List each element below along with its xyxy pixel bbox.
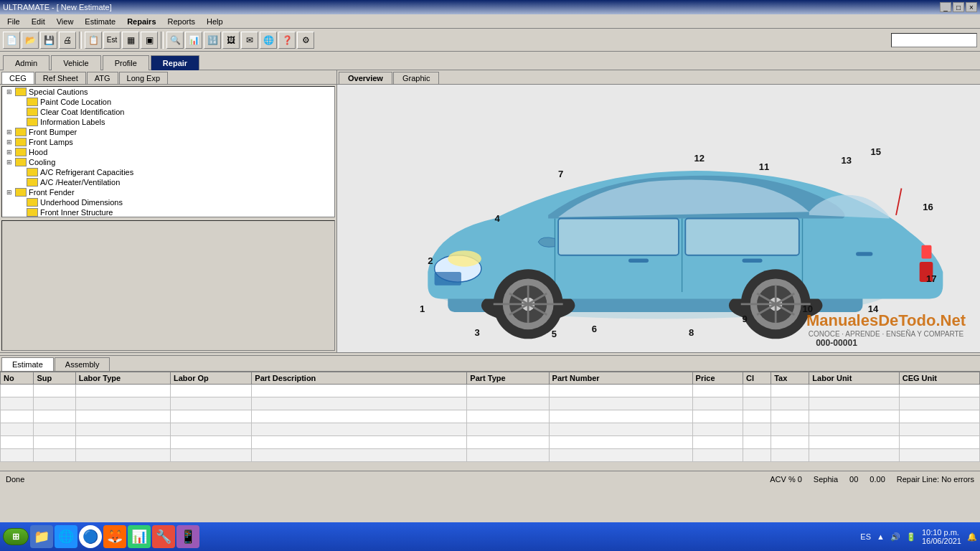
tab-long-exp[interactable]: Long Exp [119, 72, 168, 84]
svg-text:17: 17 [926, 273, 937, 284]
toolbar-b2[interactable]: ▣ [141, 32, 158, 49]
svg-text:7: 7 [558, 169, 563, 179]
tab-overview[interactable]: Overview [339, 72, 392, 84]
menu-reports[interactable]: Reports [162, 16, 202, 27]
menu-file[interactable]: File [1, 16, 26, 27]
tree-item[interactable]: Paint Code Location [2, 97, 334, 107]
estimate-table: No Sup Labor Type Labor Op Part Descript… [0, 372, 980, 462]
status-code2: 0.00 [870, 475, 885, 484]
tab-assembly[interactable]: Assembly [55, 357, 110, 371]
tree-item[interactable]: A/C /Heater/Ventilation [2, 177, 334, 187]
toolbar-b1[interactable]: ▦ [122, 32, 139, 49]
taskbar-icon-firefox[interactable]: 🦊 [103, 525, 126, 548]
tree-item[interactable]: ⊞Front Bumper [2, 127, 334, 137]
tab-ceg[interactable]: CEG [1, 72, 34, 84]
taskbar-icon-chrome[interactable]: 🔵 [79, 525, 102, 548]
taskbar-lang: ES [860, 532, 871, 541]
top-tabs: Admin Vehicle Profile Repair [0, 52, 980, 70]
toolbar-photo[interactable]: 🖼 [222, 32, 240, 49]
bottom-panel: Estimate Assembly No Sup Labor Type Labo… [0, 356, 980, 471]
tree-item[interactable]: ⊞Special Cautions [2, 87, 334, 97]
expand-icon[interactable]: ⊞ [4, 159, 15, 166]
svg-rect-33 [856, 252, 872, 256]
expand-icon[interactable]: ⊞ [4, 88, 15, 95]
expand-icon[interactable]: ⊞ [4, 149, 15, 156]
status-code1: 00 [849, 475, 858, 484]
tree-item[interactable]: A/C Refrigerant Capacities [2, 167, 334, 177]
menu-estimate[interactable]: Estimate [79, 16, 121, 27]
toolbar-calc1[interactable]: 📊 [185, 32, 202, 49]
col-sup: Sup [34, 372, 75, 385]
svg-text:8: 8 [689, 327, 694, 338]
taskbar-icon-app3[interactable]: 📱 [176, 525, 199, 548]
tree-item[interactable]: ⊞Cooling [2, 157, 334, 167]
toolbar-estimate[interactable]: Est [103, 32, 121, 49]
maximize-button[interactable]: □ [953, 2, 964, 12]
tree-label: Front Bumper [29, 128, 77, 136]
folder-icon [27, 208, 38, 217]
folder-icon [15, 148, 27, 156]
tree-item[interactable]: ⊞Front Lamps [2, 137, 334, 147]
toolbar-open[interactable]: 📂 [22, 32, 39, 49]
col-labor-type: Labor Type [75, 372, 170, 385]
toolbar-search[interactable]: 🔍 [166, 32, 184, 49]
tab-ref-sheet[interactable]: Ref Sheet [35, 72, 86, 84]
svg-rect-4 [558, 219, 679, 255]
tree-label: Front Fender [29, 188, 75, 197]
start-button[interactable]: ⊞ [3, 528, 29, 545]
menu-repairs[interactable]: Repairs [121, 16, 161, 27]
toolbar-calc2[interactable]: 🔢 [204, 32, 221, 49]
left-panel: CEG Ref Sheet ATG Long Exp ⊞Special Caut… [0, 70, 337, 352]
toolbar-print[interactable]: 🖨 [59, 32, 76, 49]
tab-atg[interactable]: ATG [87, 72, 118, 84]
col-ceg-unit: CEG Unit [899, 372, 979, 385]
svg-text:12: 12 [694, 153, 705, 164]
menu-edit[interactable]: Edit [26, 16, 51, 27]
tree-item[interactable]: Underhood Dimensions [2, 197, 334, 207]
window-controls[interactable]: _ □ × [940, 2, 977, 12]
tree-label: Front Inner Structure [40, 208, 113, 217]
tab-graphic[interactable]: Graphic [393, 72, 440, 84]
toolbar-settings[interactable]: ⚙ [297, 32, 314, 49]
toolbar-save[interactable]: 💾 [40, 32, 57, 49]
tree-item[interactable]: Information Labels [2, 117, 334, 127]
svg-rect-32 [743, 258, 763, 263]
svg-rect-31 [628, 258, 649, 263]
toolbar-search-input[interactable] [891, 33, 977, 47]
expand-icon[interactable]: ⊞ [4, 128, 15, 136]
folder-icon [27, 168, 38, 176]
tree-item[interactable]: ⊞Front Fender [2, 187, 334, 197]
toolbar-email[interactable]: ✉ [241, 32, 258, 49]
tree-item[interactable]: ⊞Hood [2, 147, 334, 157]
close-button[interactable]: × [966, 2, 977, 12]
taskbar-icon-app1[interactable]: 📊 [128, 525, 151, 548]
svg-rect-35 [435, 272, 461, 286]
tree-item[interactable]: Clear Coat Identification [2, 107, 334, 117]
col-labor-unit: Labor Unit [809, 372, 899, 385]
tab-admin[interactable]: Admin [3, 55, 50, 70]
taskbar-icon-edge[interactable]: 🌐 [55, 525, 77, 548]
toolbar-help[interactable]: ❓ [278, 32, 296, 49]
menu-help[interactable]: Help [201, 16, 229, 27]
svg-text:000-00001: 000-00001 [816, 338, 857, 348]
tab-vehicle[interactable]: Vehicle [51, 55, 100, 70]
expand-icon[interactable]: ⊞ [4, 138, 15, 146]
table-row [1, 423, 980, 436]
toolbar-new[interactable]: 📄 [3, 32, 20, 49]
taskbar-icon-app2[interactable]: 🔧 [152, 525, 175, 548]
col-no: No [1, 372, 34, 385]
folder-icon [15, 128, 27, 136]
tab-repair[interactable]: Repair [151, 55, 199, 70]
taskbar-up-arrow: ▲ [877, 532, 885, 541]
tree-item[interactable]: Front Inner Structure [2, 207, 334, 217]
toolbar-copy[interactable]: 📋 [85, 32, 102, 49]
svg-text:9: 9 [743, 314, 748, 324]
minimize-button[interactable]: _ [940, 2, 951, 12]
expand-icon[interactable]: ⊞ [4, 189, 15, 196]
tab-profile[interactable]: Profile [103, 55, 149, 70]
taskbar-icon-files[interactable]: 📁 [30, 525, 53, 548]
tab-estimate[interactable]: Estimate [1, 357, 54, 371]
watermark: ManualesDeTodo.Net CONOCE · APRENDE · EN… [806, 311, 966, 338]
menu-view[interactable]: View [51, 16, 80, 27]
toolbar-net[interactable]: 🌐 [260, 32, 277, 49]
